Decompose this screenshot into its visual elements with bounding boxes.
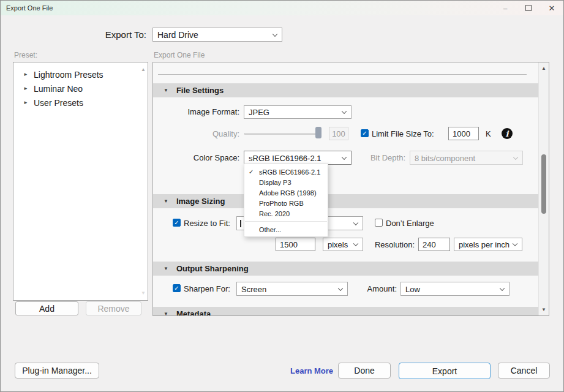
quality-label: Quality: bbox=[153, 129, 239, 138]
section-header-output-sharpening[interactable]: ▼ Output Sharpening bbox=[153, 262, 538, 276]
menu-item-label: Adobe RGB (1998) bbox=[259, 189, 317, 197]
menu-item-label: Other... bbox=[259, 226, 281, 233]
resolution-unit-select[interactable]: pixels per inch bbox=[454, 238, 522, 251]
scrollbar-thumb[interactable] bbox=[541, 154, 546, 214]
preset-item-user-presets[interactable]: ► User Presets bbox=[13, 96, 148, 110]
title-bar: Export One File bbox=[1, 1, 563, 15]
size-input[interactable] bbox=[276, 238, 315, 251]
scrollbar[interactable]: ▲ ▼ bbox=[538, 62, 549, 315]
resolution-input[interactable] bbox=[418, 238, 450, 251]
chevron-down-icon bbox=[353, 241, 358, 246]
export-to-select[interactable]: Hard Drive bbox=[152, 28, 282, 42]
preset-item-luminar-neo[interactable]: ► Luminar Neo bbox=[13, 81, 148, 96]
remove-button: Remove bbox=[86, 301, 141, 315]
scroll-down-icon[interactable]: ▼ bbox=[141, 290, 146, 296]
section-header-file-settings[interactable]: ▼ File Settings bbox=[153, 83, 538, 97]
maximize-icon bbox=[525, 5, 532, 11]
tree-expand-icon[interactable]: ► bbox=[23, 100, 34, 105]
menu-item-label: ProPhoto RGB bbox=[259, 200, 304, 207]
image-format-select[interactable]: JPEG bbox=[244, 105, 352, 119]
export-button[interactable]: Export bbox=[399, 363, 491, 379]
sharpen-for-checkbox[interactable]: ✓ bbox=[173, 284, 181, 292]
scroll-up-icon[interactable]: ▲ bbox=[539, 66, 549, 71]
quality-slider-thumb bbox=[315, 127, 321, 138]
collapse-arrow-icon: ▼ bbox=[164, 266, 168, 271]
menu-item-label: sRGB IEC61966-2.1 bbox=[259, 168, 320, 176]
limit-file-size-label: Limit File Size To: bbox=[372, 129, 434, 138]
limit-unit-label: K bbox=[486, 129, 491, 138]
minimize-icon: – bbox=[503, 4, 507, 13]
tree-expand-icon[interactable]: ► bbox=[23, 72, 34, 77]
bit-depth-value: 8 bits/component bbox=[415, 153, 475, 162]
section-header-metadata[interactable]: ▼ Metadata bbox=[153, 307, 538, 316]
menu-item-label: Display P3 bbox=[259, 179, 291, 186]
scroll-up-icon[interactable]: ▲ bbox=[141, 67, 146, 72]
window-title: Export One File bbox=[1, 4, 53, 12]
chevron-down-icon bbox=[513, 154, 518, 159]
limit-file-size-input[interactable] bbox=[448, 127, 479, 140]
cancel-button[interactable]: Cancel bbox=[498, 363, 550, 379]
limit-file-size-checkbox[interactable]: ✓ bbox=[361, 129, 369, 137]
amount-value: Low bbox=[405, 284, 420, 293]
done-button[interactable]: Done bbox=[338, 363, 391, 379]
collapse-arrow-icon: ▼ bbox=[164, 198, 168, 204]
dont-enlarge-label: Don’t Enlarge bbox=[386, 219, 434, 228]
plugin-manager-button[interactable]: Plug-in Manager... bbox=[15, 363, 99, 379]
add-button[interactable]: Add bbox=[15, 301, 78, 315]
section-header-image-sizing[interactable]: ▼ Image Sizing bbox=[153, 194, 538, 208]
size-unit-select[interactable]: pixels bbox=[323, 238, 363, 251]
size-unit-value: pixels bbox=[328, 240, 348, 249]
preset-list: ► Lightroom Presets ► Luminar Neo ► User… bbox=[13, 62, 148, 301]
bit-depth-select: 8 bits/component bbox=[410, 151, 523, 165]
menu-item-label: Rec. 2020 bbox=[259, 210, 290, 217]
resize-to-fit-label: Resize to Fit: bbox=[184, 219, 230, 228]
window-controls: – ✕ bbox=[494, 1, 563, 15]
menu-item-display-p3[interactable]: Display P3 bbox=[244, 177, 328, 187]
chevron-down-icon bbox=[353, 220, 358, 225]
section-title: Output Sharpening bbox=[176, 264, 249, 273]
menu-separator bbox=[245, 221, 327, 222]
check-icon: ✓ bbox=[249, 168, 254, 175]
quality-input bbox=[329, 127, 348, 140]
color-space-label: Color Space: bbox=[153, 153, 239, 162]
export-to-label: Export To: bbox=[80, 29, 146, 40]
collapse-arrow-icon: ▼ bbox=[164, 311, 168, 316]
preset-item-label: Lightroom Presets bbox=[34, 70, 103, 80]
close-button[interactable]: ✕ bbox=[540, 1, 563, 15]
panel-title: Export One File bbox=[154, 51, 205, 59]
tree-expand-icon[interactable]: ► bbox=[23, 86, 34, 91]
section-title: File Settings bbox=[176, 86, 224, 95]
resize-to-fit-checkbox[interactable]: ✓ bbox=[173, 219, 181, 227]
amount-select[interactable]: Low bbox=[400, 282, 509, 296]
preset-label: Preset: bbox=[14, 51, 37, 59]
divider bbox=[158, 74, 527, 75]
image-format-value: JPEG bbox=[249, 108, 269, 117]
amount-label: Amount: bbox=[355, 284, 397, 293]
resolution-label: Resolution: bbox=[364, 240, 415, 249]
chevron-down-icon bbox=[500, 285, 505, 290]
info-icon[interactable]: i bbox=[502, 128, 513, 139]
export-settings-panel: ▼ File Settings Image Format: JPEG Quali… bbox=[152, 62, 549, 316]
minimize-button[interactable]: – bbox=[494, 1, 517, 15]
menu-item-adobe-rgb[interactable]: Adobe RGB (1998) bbox=[244, 187, 328, 198]
color-space-value: sRGB IEC61966-2.1 bbox=[249, 153, 321, 162]
menu-item-prophoto-rgb[interactable]: ProPhoto RGB bbox=[244, 198, 328, 208]
menu-item-srgb[interactable]: ✓ sRGB IEC61966-2.1 bbox=[244, 167, 328, 177]
sharpen-for-label: Sharpen For: bbox=[184, 284, 230, 293]
menu-item-rec2020[interactable]: Rec. 2020 bbox=[244, 208, 328, 219]
preset-item-lightroom-presets[interactable]: ► Lightroom Presets bbox=[13, 67, 148, 81]
maximize-button[interactable] bbox=[517, 1, 540, 15]
learn-more-link[interactable]: Learn More bbox=[290, 366, 333, 375]
chevron-down-icon bbox=[342, 109, 347, 114]
preset-item-label: User Presets bbox=[34, 98, 83, 108]
chevron-down-icon bbox=[273, 31, 277, 36]
scroll-down-icon[interactable]: ▼ bbox=[539, 307, 549, 312]
dont-enlarge-checkbox[interactable] bbox=[375, 219, 383, 227]
clipped-text-fragment bbox=[240, 220, 241, 227]
chevron-down-icon bbox=[513, 241, 517, 246]
color-space-select[interactable]: sRGB IEC61966-2.1 bbox=[244, 151, 352, 165]
close-icon: ✕ bbox=[549, 4, 555, 13]
menu-item-other[interactable]: Other... bbox=[244, 224, 328, 235]
section-title: Image Sizing bbox=[176, 197, 225, 206]
sharpen-for-select[interactable]: Screen bbox=[236, 282, 348, 296]
